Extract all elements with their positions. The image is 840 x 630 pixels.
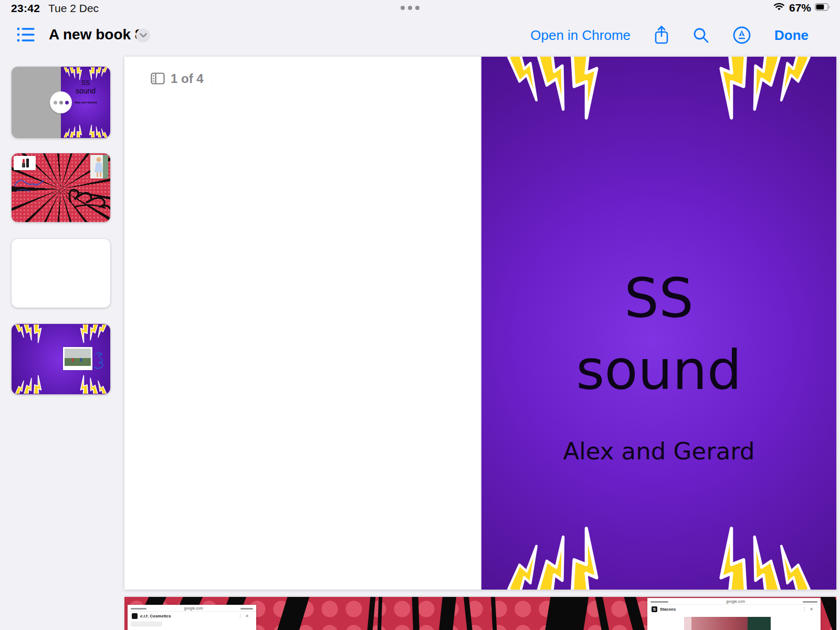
book-reader-screen: 23:42 Tue 2 Dec 67% <box>0 0 840 630</box>
status-time: 23:42 <box>11 2 40 15</box>
lightning-bolts-top-left <box>498 57 603 139</box>
lightning-bolts-bottom-left <box>498 508 603 590</box>
cover-title-line-2: sound <box>481 334 836 406</box>
status-date: Tue 2 Dec <box>48 2 99 15</box>
title-menu-button[interactable] <box>136 28 150 43</box>
markup-icon[interactable] <box>732 26 751 45</box>
cover-authors: Alex and Gerard <box>481 437 836 465</box>
lightning-bolts-bottom-right <box>715 508 820 590</box>
thumbnail-page-4[interactable] <box>12 324 110 394</box>
thumbnail-page-3-blank[interactable] <box>12 239 110 308</box>
screenshot-url: google.com <box>184 606 203 611</box>
search-icon[interactable] <box>692 27 709 44</box>
thumbnail-page-2[interactable] <box>12 153 110 222</box>
wifi-icon <box>773 2 785 14</box>
screenshot-url: google.com <box>726 600 745 604</box>
site-favicon: S <box>652 606 657 612</box>
chevron-down-icon <box>140 33 147 38</box>
thumb4-scribbles <box>12 324 110 394</box>
thumbnail-loading-ellipsis <box>50 91 72 113</box>
thumbnail-page-1-cover[interactable]: SS sound Alex and Gerard <box>12 67 110 138</box>
open-in-chrome-button[interactable]: Open in Chrome <box>530 27 631 44</box>
page2-screenshot-left: google.com e.l.f. Cosmetics ⋮✕ <box>128 605 256 630</box>
site-name: e.l.f. Cosmetics <box>140 614 235 618</box>
site-name: Stacees <box>660 607 800 612</box>
done-button[interactable]: Done <box>774 27 808 44</box>
lightning-bolts-top-right <box>715 57 820 139</box>
mini-cover-title-1: SS <box>61 79 110 87</box>
site-favicon <box>132 613 138 619</box>
page2-screenshot-right: google.com S Stacees ⋮✕ <box>647 598 821 630</box>
page-indicator[interactable]: 1 of 4 <box>142 67 213 90</box>
page-left-blank <box>124 57 480 590</box>
page-spread[interactable]: SS sound Alex and Gerard <box>124 57 836 590</box>
share-icon[interactable] <box>654 25 669 45</box>
cover-page: SS sound Alex and Gerard <box>480 57 836 590</box>
sidebar-toggle-icon <box>151 72 165 85</box>
next-page-preview[interactable]: google.com e.l.f. Cosmetics ⋮✕ google.co… <box>124 597 836 630</box>
screenshot-photo <box>684 617 771 630</box>
multitask-dots-icon[interactable] <box>401 6 419 10</box>
thumbnails-list-icon[interactable] <box>16 25 36 45</box>
page-indicator-label: 1 of 4 <box>171 71 204 86</box>
battery-percent: 67% <box>789 2 811 14</box>
thumb2-scribbles <box>12 153 110 222</box>
battery-icon <box>815 3 831 13</box>
book-title: A new book 8 <box>49 26 143 43</box>
cover-title-line-1: SS <box>481 262 836 334</box>
